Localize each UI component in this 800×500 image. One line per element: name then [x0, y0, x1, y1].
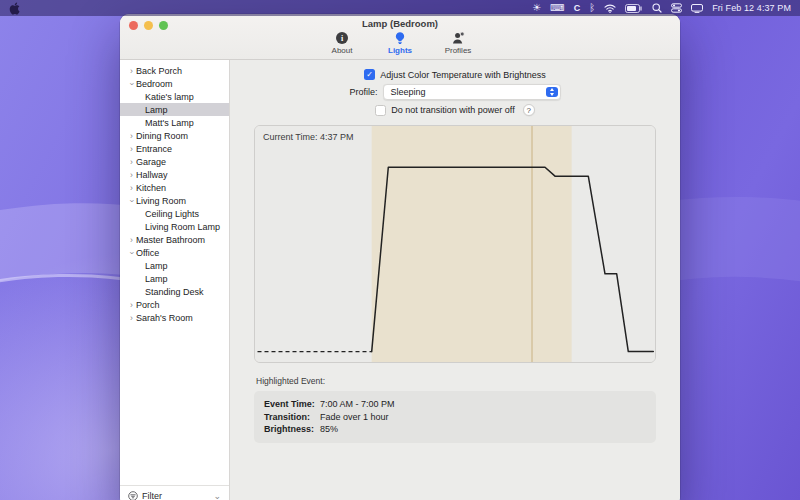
profile-row: Profile: Sleeping — [230, 84, 680, 100]
sidebar-item-lamp[interactable]: Lamp — [120, 259, 229, 272]
color-temp-row: Adjust Color Temperature with Brightness — [230, 69, 680, 80]
sidebar-item-hallway[interactable]: ›Hallway — [120, 168, 229, 181]
sidebar: ›Back Porch›BedroomKatie's lampLampMatt'… — [120, 60, 230, 500]
sidebar-item-matt-s-lamp[interactable]: Matt's Lamp — [120, 116, 229, 129]
current-time-label: Current Time: 4:37 PM — [263, 132, 354, 142]
profiles-icon — [451, 31, 465, 45]
highlighted-event-heading: Highlighted Event: — [256, 376, 680, 386]
chevron-right-icon[interactable]: › — [127, 66, 136, 76]
filter-bar[interactable]: Filter ⌄ — [120, 485, 229, 500]
sidebar-item-label: Living Room — [136, 196, 186, 206]
sidebar-item-standing-desk[interactable]: Standing Desk — [120, 285, 229, 298]
sidebar-item-living-room[interactable]: ›Living Room — [120, 194, 229, 207]
chevron-right-icon[interactable]: › — [127, 144, 136, 154]
titlebar[interactable]: Lamp (Bedroom) About Lights Profiles — [120, 14, 680, 60]
filter-label: Filter — [142, 491, 162, 500]
sidebar-item-living-room-lamp[interactable]: Living Room Lamp — [120, 220, 229, 233]
event-detail-value: 85% — [320, 423, 338, 436]
sidebar-item-porch[interactable]: ›Porch — [120, 298, 229, 311]
sidebar-item-ceiling-lights[interactable]: Ceiling Lights — [120, 207, 229, 220]
menu-bar: ☀ ⌨ C ᛒ Fri Feb 12 4:37 PM — [0, 0, 800, 16]
sidebar-item-label: Garage — [136, 157, 166, 167]
toolbar-button-profiles[interactable]: Profiles — [435, 30, 481, 56]
lightbulb-icon — [393, 31, 407, 45]
sidebar-item-label: Lamp — [145, 261, 168, 271]
sidebar-item-label: Dining Room — [136, 131, 188, 141]
toolbar-button-lights[interactable]: Lights — [377, 30, 423, 56]
sidebar-item-office[interactable]: ›Office — [120, 246, 229, 259]
sidebar-item-label: Sarah's Room — [136, 313, 193, 323]
sidebar-item-entrance[interactable]: ›Entrance — [120, 142, 229, 155]
sidebar-item-label: Lamp — [145, 274, 168, 284]
sidebar-item-label: Bedroom — [136, 79, 173, 89]
color-temp-label: Adjust Color Temperature with Brightness — [380, 70, 545, 80]
display-icon[interactable] — [691, 2, 703, 14]
c-app-icon[interactable]: C — [574, 2, 581, 14]
chevron-right-icon[interactable]: › — [127, 183, 136, 193]
event-detail-value: 7:00 AM - 7:00 PM — [320, 398, 395, 411]
desktop: ☀ ⌨ C ᛒ Fri Feb 12 4:37 PM — [0, 0, 800, 500]
sidebar-item-label: Porch — [136, 300, 160, 310]
event-detail-value: Fade over 1 hour — [320, 411, 389, 424]
sidebar-item-master-bathroom[interactable]: ›Master Bathroom — [120, 233, 229, 246]
minimize-button[interactable] — [144, 21, 153, 30]
sidebar-item-kitchen[interactable]: ›Kitchen — [120, 181, 229, 194]
sidebar-item-label: Ceiling Lights — [145, 209, 199, 219]
transition-label: Do not transition with power off — [391, 105, 514, 115]
event-detail-label: Transition: — [264, 411, 320, 424]
event-detail-row: Brightness:85% — [264, 423, 646, 436]
chevron-right-icon[interactable]: › — [127, 235, 136, 245]
sidebar-item-katie-s-lamp[interactable]: Katie's lamp — [120, 90, 229, 103]
chevron-down-icon[interactable]: ⌄ — [213, 491, 221, 500]
chevron-right-icon[interactable]: › — [127, 300, 136, 310]
window-toolbar: About Lights Profiles — [120, 30, 680, 56]
chevron-right-icon[interactable]: › — [127, 313, 136, 323]
color-temp-checkbox[interactable] — [364, 69, 375, 80]
chevron-down-icon[interactable]: › — [127, 248, 137, 257]
brightness-schedule-chart[interactable]: Current Time: 4:37 PM — [254, 125, 656, 363]
sidebar-item-label: Office — [136, 248, 159, 258]
traffic-lights — [129, 21, 168, 30]
profile-label: Profile: — [349, 87, 377, 97]
sidebar-item-garage[interactable]: ›Garage — [120, 155, 229, 168]
sidebar-item-label: Standing Desk — [145, 287, 204, 297]
menu-bar-clock[interactable]: Fri Feb 12 4:37 PM — [712, 3, 791, 13]
apple-logo-icon[interactable] — [9, 2, 20, 14]
bluetooth-icon[interactable]: ᛒ — [589, 2, 595, 14]
chevron-down-icon[interactable]: › — [127, 196, 137, 205]
chevron-right-icon[interactable]: › — [127, 131, 136, 141]
profile-dropdown[interactable]: Sleeping — [383, 84, 561, 100]
keyboard-brightness-icon[interactable]: ⌨ — [550, 2, 564, 14]
transition-row: Do not transition with power off ? — [230, 104, 680, 116]
filter-icon — [128, 491, 138, 500]
spotlight-search-icon[interactable] — [652, 2, 662, 14]
sidebar-item-dining-room[interactable]: ›Dining Room — [120, 129, 229, 142]
control-center-icon[interactable] — [671, 2, 682, 14]
chart-canvas[interactable] — [255, 126, 655, 362]
sidebar-item-back-porch[interactable]: ›Back Porch — [120, 64, 229, 77]
battery-icon[interactable] — [625, 2, 643, 14]
sidebar-item-lamp[interactable]: Lamp — [120, 103, 229, 116]
sidebar-item-bedroom[interactable]: ›Bedroom — [120, 77, 229, 90]
chevron-down-icon[interactable]: › — [127, 79, 137, 88]
sidebar-item-label: Entrance — [136, 144, 172, 154]
app-window: Lamp (Bedroom) About Lights Profiles — [120, 14, 680, 500]
toolbar-button-about[interactable]: About — [319, 30, 365, 56]
zoom-button[interactable] — [159, 21, 168, 30]
help-button[interactable]: ? — [523, 104, 535, 116]
chevron-right-icon[interactable]: › — [127, 170, 136, 180]
sidebar-item-label: Living Room Lamp — [145, 222, 220, 232]
chevron-right-icon[interactable]: › — [127, 157, 136, 167]
profile-value: Sleeping — [384, 87, 426, 97]
dropdown-stepper-icon[interactable] — [546, 87, 558, 97]
sidebar-item-label: Back Porch — [136, 66, 182, 76]
brightness-icon[interactable]: ☀ — [532, 2, 541, 14]
event-detail-row: Event Time:7:00 AM - 7:00 PM — [264, 398, 646, 411]
sidebar-item-label: Hallway — [136, 170, 168, 180]
close-button[interactable] — [129, 21, 138, 30]
sidebar-item-lamp[interactable]: Lamp — [120, 272, 229, 285]
transition-checkbox[interactable] — [375, 105, 386, 116]
toolbar-label: About — [332, 46, 353, 55]
sidebar-item-sarah-s-room[interactable]: ›Sarah's Room — [120, 311, 229, 324]
wifi-icon[interactable] — [604, 2, 616, 14]
